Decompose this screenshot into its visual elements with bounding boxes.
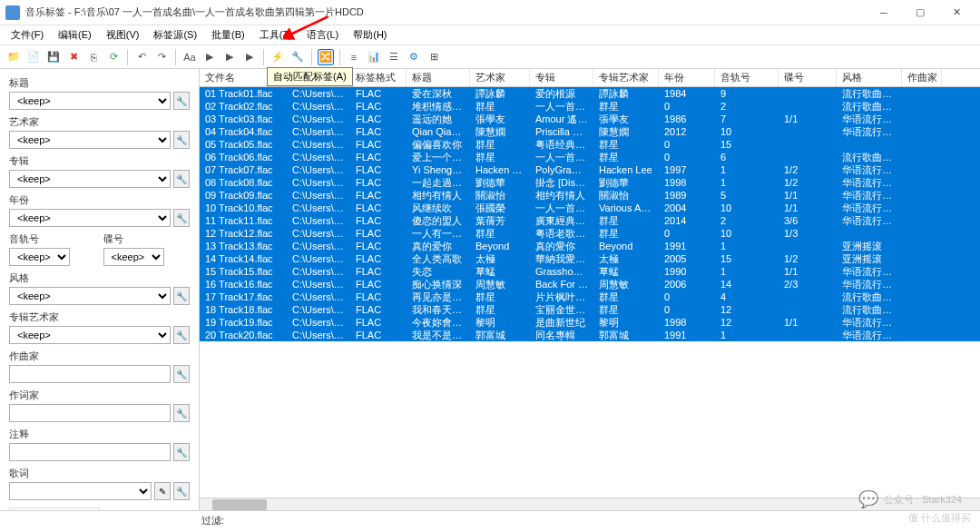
table-row[interactable]: 12 Track12.flacC:\Users\yaohFLAC一人有一个梦想群… (200, 227, 980, 240)
refresh-icon[interactable]: ⟳ (105, 49, 122, 65)
lyrics-edit-icon[interactable]: ✎ (154, 482, 171, 500)
save-icon[interactable]: 💾 (45, 49, 62, 65)
menu-help[interactable]: 帮助(H) (348, 26, 392, 44)
artist-label: 艺术家 (9, 115, 190, 129)
table-row[interactable]: 14 Track14.flacC:\Users\yaohFLAC全人类高歌太極華… (200, 252, 980, 265)
year-wrench-icon[interactable]: 🔧 (173, 209, 190, 227)
table-row[interactable]: 16 Track16.flacC:\Users\yaohFLAC痴心换情深周慧敏… (200, 278, 980, 291)
played-icon[interactable]: ▶ (241, 49, 258, 65)
app-icon (5, 5, 20, 20)
table-row[interactable]: 19 Track19.flacC:\Users\yaohFLAC今夜妳會不會…黎… (200, 316, 980, 329)
table-row[interactable]: 04 Track04.flacC:\Users\yaohFLACQian Qia… (200, 125, 980, 138)
menu-language[interactable]: 语言(L) (301, 26, 344, 44)
col-track[interactable]: 音轨号 (715, 69, 779, 86)
album-select[interactable]: <keep> (9, 170, 171, 188)
delete-icon[interactable]: ✖ (65, 49, 82, 65)
comment-input[interactable] (9, 443, 171, 461)
table-row[interactable]: 07 Track07.flacC:\Users\yaohFLACYi Sheng… (200, 163, 980, 176)
artist-select[interactable]: <keep> (9, 131, 171, 149)
copy-icon[interactable]: ⎘ (85, 49, 102, 65)
disc-select[interactable]: <keep> (103, 248, 164, 266)
album-art-label: <keep> (107, 507, 190, 510)
lyricist-label: 作词家 (9, 389, 190, 402)
lyrics-wrench-icon[interactable]: 🔧 (173, 482, 190, 500)
composer-input[interactable] (9, 365, 171, 383)
menu-tagsource[interactable]: 标签源(S) (148, 26, 202, 44)
track-label: 音轨号 (9, 232, 96, 246)
table-row[interactable]: 11 Track11.flacC:\Users\yaohFLAC傻恋的盟人葉蒨芳… (200, 214, 980, 227)
chart-icon[interactable]: 📊 (366, 49, 382, 65)
lyrics-icon[interactable]: ≡ (346, 49, 362, 65)
open-file-icon[interactable]: 📄 (25, 49, 42, 65)
table-row[interactable]: 02 Track02.flacC:\Users\yaohFLAC堆积情感（邦…群… (200, 100, 980, 113)
menu-file[interactable]: 文件(F) (5, 26, 49, 44)
col-composer[interactable]: 作曲家 (902, 69, 942, 86)
table-row[interactable]: 05 Track05.flacC:\Users\yaohFLAC偏偏喜欢你群星粤… (200, 138, 980, 151)
lyricist-wrench-icon[interactable]: 🔧 (173, 404, 190, 422)
open-folder-icon[interactable]: 📁 (5, 49, 22, 65)
col-disc[interactable]: 碟号 (779, 69, 837, 86)
table-row[interactable]: 17 Track17.flacC:\Users\yaohFLAC再见亦是朋友…群… (200, 291, 980, 303)
album-wrench-icon[interactable]: 🔧 (173, 170, 190, 188)
settings-icon[interactable]: ⚙ (406, 49, 422, 65)
table-row[interactable]: 06 Track06.flacC:\Users\yaohFLAC爱上一个不回…群… (200, 151, 980, 163)
menu-view[interactable]: 视图(V) (101, 26, 145, 44)
minimize-button[interactable]: ─ (866, 1, 902, 25)
col-genre[interactable]: 风格 (837, 69, 902, 86)
col-format[interactable]: 标签格式 (350, 69, 407, 86)
col-albumartist[interactable]: 专辑艺术家 (593, 69, 659, 86)
table-row[interactable]: 01 Track01.flacC:\Users\yaohFLAC爱在深秋譚詠麟爱… (200, 87, 980, 100)
table-row[interactable]: 10 Track10.flacC:\Users\yaohFLAC风继续吹張國榮一… (200, 202, 980, 214)
file-from-tag-icon[interactable]: ▶ (221, 49, 238, 65)
list-icon[interactable]: ☰ (386, 49, 402, 65)
case-icon[interactable]: Aa (181, 49, 198, 65)
menu-batch[interactable]: 批量(B) (206, 26, 250, 44)
title-label: 标题 (9, 76, 190, 90)
menu-edit[interactable]: 编辑(E) (53, 26, 97, 44)
table-row[interactable]: 15 Track15.flacC:\Users\yaohFLAC失恋草蜢Gras… (200, 265, 980, 278)
horizontal-scrollbar[interactable] (200, 498, 980, 510)
genre-select[interactable]: <keep> (9, 287, 171, 305)
artist-wrench-icon[interactable]: 🔧 (173, 131, 190, 149)
col-year[interactable]: 年份 (659, 69, 715, 86)
undo-icon[interactable]: ↶ (133, 49, 150, 65)
plugin-icon[interactable]: ⊞ (426, 49, 442, 65)
maximize-button[interactable]: ▢ (902, 1, 938, 25)
table-row[interactable]: 03 Track03.flacC:\Users\yaohFLAC遥远的她張學友A… (200, 113, 980, 125)
genre-wrench-icon[interactable]: 🔧 (173, 287, 190, 305)
table-row[interactable]: 09 Track09.flacC:\Users\yaohFLAC相约有情人關淑怡… (200, 189, 980, 202)
albumartist-label: 专辑艺术家 (9, 310, 190, 324)
actions-icon[interactable]: ⚡ (270, 49, 286, 65)
lyrics-select[interactable] (9, 482, 152, 500)
quick-action-icon[interactable]: 🔧 (289, 49, 306, 65)
col-title[interactable]: 标题 (407, 69, 470, 86)
disc-label: 碟号 (103, 232, 191, 246)
year-label: 年份 (9, 193, 190, 207)
table-row[interactable]: 08 Track08.flacC:\Users\yaohFLAC一起走過的日子劉… (200, 176, 980, 189)
table-body[interactable]: 01 Track01.flacC:\Users\yaohFLAC爱在深秋譚詠麟爱… (200, 87, 980, 498)
album-art[interactable] (9, 507, 100, 510)
tooltip: 自动匹配标签(A) (267, 67, 353, 86)
statusbar: 过滤: 20 (01:24:32 | 529.44MB) 20 (01:24:3… (0, 510, 980, 532)
track-select[interactable]: <keep> (9, 248, 70, 266)
albumartist-wrench-icon[interactable]: 🔧 (173, 326, 190, 344)
redo-icon[interactable]: ↷ (153, 49, 170, 65)
comment-wrench-icon[interactable]: 🔧 (173, 443, 190, 461)
table-row[interactable]: 18 Track18.flacC:\Users\yaohFLAC我和春天有个…群… (200, 303, 980, 316)
col-album[interactable]: 专辑 (530, 69, 593, 86)
close-button[interactable]: ✕ (938, 1, 975, 25)
filter-label: 过滤: (201, 514, 224, 527)
albumartist-select[interactable]: <keep> (9, 326, 171, 344)
auto-match-tags-icon[interactable]: 🔀 (318, 49, 334, 65)
tag-from-file-icon[interactable]: ▶ (201, 49, 218, 65)
lyricist-input[interactable] (9, 404, 171, 422)
menu-tools[interactable]: 工具(T) (254, 26, 298, 44)
composer-wrench-icon[interactable]: 🔧 (173, 365, 190, 383)
year-select[interactable]: <keep> (9, 209, 171, 227)
title-wrench-icon[interactable]: 🔧 (173, 92, 190, 110)
title-select[interactable]: <keep> (9, 92, 171, 110)
table-row[interactable]: 13 Track13.flacC:\Users\yaohFLAC真的爱你Beyo… (200, 240, 980, 252)
genre-label: 风格 (9, 271, 190, 285)
col-artist[interactable]: 艺术家 (470, 69, 530, 86)
table-row[interactable]: 20 Track20.flacC:\Users\yaohFLAC我是不是該安…郭… (200, 329, 980, 341)
